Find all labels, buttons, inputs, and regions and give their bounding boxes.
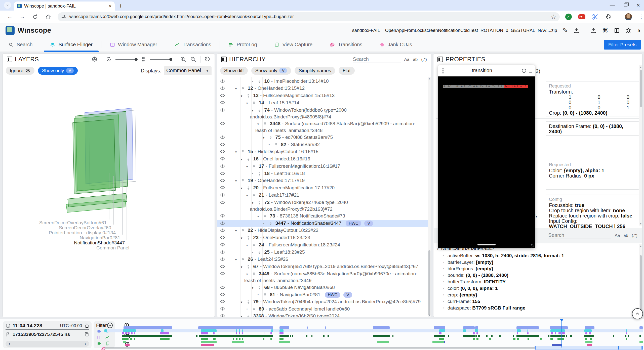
pin-icon[interactable] (269, 136, 272, 140)
range-start-handle[interactable] (535, 346, 536, 349)
shortcuts-icon[interactable]: ⌘ (602, 27, 608, 34)
pin-icon[interactable] (241, 258, 245, 261)
collapse-panel-icon[interactable] (221, 57, 227, 62)
transition-window-titlebar[interactable]: transition _ (438, 65, 535, 76)
extensions-puzzle-icon[interactable] (605, 14, 612, 20)
tree-node[interactable]: ▾ 79-WindowToken{7046b4a type=2024 andro… (217, 298, 428, 305)
visibility-icon[interactable] (220, 200, 225, 205)
back-button[interactable]: ← (7, 14, 13, 20)
pin-icon[interactable] (258, 109, 261, 112)
tree-node[interactable]: ▾ 72-WindowToken{a2746de type=2040 andro… (217, 199, 428, 212)
tree-node[interactable]: ● 80-ace6abb SecondaryHomeHandle0#80 (217, 305, 428, 313)
documentation-icon[interactable] (614, 27, 620, 33)
info-icon[interactable] (521, 68, 527, 73)
visibility-icon[interactable] (220, 156, 225, 161)
visibility-icon[interactable] (220, 79, 225, 83)
visibility-icon[interactable] (220, 193, 225, 197)
timeline-tracks[interactable] (104, 319, 643, 350)
expand-toggle-icon[interactable]: ▾ (244, 242, 250, 248)
zoom-in-icon[interactable] (180, 56, 186, 62)
pin-icon[interactable] (241, 150, 245, 154)
expand-toggle-icon[interactable]: ▾ (233, 85, 239, 92)
tree-node[interactable]: ● 82-StatusBar#82 (217, 141, 428, 148)
upload-icon[interactable] (591, 27, 597, 33)
expand-toggle-icon[interactable]: ▾ (250, 200, 255, 206)
3d-view-icon[interactable] (92, 56, 98, 62)
regex-toggle[interactable]: (.*) (632, 233, 637, 238)
scrollbar-thumb[interactable] (428, 250, 430, 316)
expand-toggle-icon[interactable]: ▾ (244, 271, 250, 277)
pin-icon[interactable] (252, 243, 256, 247)
expand-toggle-icon[interactable]: ▾ (239, 235, 244, 241)
expand-toggle-icon[interactable]: ▾ (261, 135, 266, 141)
visibility-icon[interactable] (220, 135, 225, 140)
expand-toggle-icon[interactable]: ▾ (233, 256, 239, 263)
property-row[interactable]: barrierLayer: [empty] (433, 259, 639, 266)
visibility-icon[interactable] (220, 235, 225, 240)
layer-label[interactable]: Common Panel (96, 245, 129, 251)
extension-icon-1[interactable] (565, 14, 572, 20)
ns-time-field[interactable]: 1715339054227572545 ns (6, 331, 89, 338)
property-row[interactable]: crop: {empty} (433, 292, 639, 298)
visibility-icon[interactable] (220, 185, 225, 190)
layer-spacing-icon[interactable] (141, 57, 146, 62)
match-case-toggle[interactable]: Aa (615, 233, 620, 238)
expand-toggle-icon[interactable]: ▾ (233, 149, 239, 155)
tree-node[interactable]: ▾ 17-FullscreenMagnification:16:16#17 (217, 163, 428, 170)
reset-view-icon[interactable] (205, 56, 211, 62)
tab-jank-cujs[interactable]: Jank CUJs (371, 38, 421, 52)
visibility-icon[interactable] (220, 164, 225, 168)
regex-toggle[interactable]: (.*) (421, 57, 427, 62)
copy-icon[interactable] (84, 332, 89, 337)
expand-toggle-icon[interactable]: ▾ (255, 121, 261, 127)
tree-node[interactable]: ▾ 12-OneHanded:15:15#12 (217, 85, 428, 92)
visibility-icon[interactable] (220, 257, 225, 261)
pin-icon[interactable] (247, 300, 250, 304)
match-word-toggle[interactable]: ab (413, 57, 418, 62)
tree-node[interactable]: ▾ 3449-Surface(name=885b63e NavigationBa… (217, 270, 428, 284)
pin-icon[interactable] (274, 143, 278, 147)
properties-scrollbar-upper[interactable]: ▲ ▼ (639, 65, 642, 226)
timeline-scroll-line[interactable] (104, 347, 535, 348)
tree-node[interactable]: ▾ 22-HideDisplayCutout:18:23#22 (217, 227, 428, 234)
tree-node[interactable]: ▾ 20-FullscreenMagnification:17:17#20 (217, 184, 428, 192)
visibility-icon[interactable] (220, 221, 225, 226)
pin-icon[interactable] (241, 87, 245, 91)
tab-transactions[interactable]: Transactions (166, 38, 220, 52)
visibility-icon[interactable] (220, 285, 225, 290)
property-row[interactable]: color: (0, 0, 0), alpha: 1 (433, 285, 639, 292)
prev-frame-icon[interactable]: ‹ (9, 341, 10, 347)
visibility-icon[interactable] (220, 93, 225, 98)
tree-node[interactable]: ▾ 67-WindowToken{e5176f9 type=2019 andro… (217, 263, 428, 270)
url-bar[interactable]: winscope.teams.x20web.corp.google.com/pr… (58, 12, 560, 21)
scroll-to-top-button[interactable] (632, 308, 643, 319)
layer-label[interactable]: ScreenDecorOverlayBottom#61 (39, 220, 107, 226)
tab-search[interactable]: Search (0, 38, 41, 52)
expand-toggle-icon[interactable]: ▾ (250, 285, 255, 291)
visibility-icon[interactable] (220, 228, 225, 233)
expand-toggle-icon[interactable]: ▾ (239, 93, 244, 99)
expand-toggle-icon[interactable]: ● (250, 170, 255, 177)
visibility-icon[interactable] (220, 299, 225, 304)
tree-node[interactable]: ● 3447-NotificationShade#3447 HWCV (217, 220, 428, 227)
dark-mode-icon[interactable]: ◑ (637, 27, 641, 34)
tree-node[interactable]: ▾ 26-Leaf:24:25#26 (217, 256, 428, 263)
property-row[interactable]: bufferTransform: IDENTITY (433, 279, 639, 285)
tree-node[interactable]: ● 81-NavigationBar0#81 HWCV (217, 291, 428, 298)
hierarchy-scrollbar[interactable]: ▲ ▼ (428, 77, 431, 317)
tab-transitions[interactable]: Transitions (321, 38, 371, 52)
visibility-icon[interactable] (220, 149, 225, 154)
collapse-panel-icon[interactable] (437, 57, 443, 62)
pin-icon[interactable] (247, 315, 250, 317)
pin-icon[interactable] (258, 286, 261, 290)
pin-icon[interactable] (269, 222, 272, 226)
pin-icon[interactable] (258, 172, 261, 176)
next-frame-icon[interactable]: › (85, 341, 86, 347)
pin-icon[interactable] (258, 80, 261, 83)
layer-label[interactable]: PointerLocation - display 0#134 (49, 230, 116, 236)
visibility-icon[interactable] (220, 307, 225, 311)
tab-search-chevron-icon[interactable] (4, 2, 11, 9)
visibility-icon[interactable] (220, 86, 225, 91)
window-restore-button[interactable] (624, 4, 627, 7)
visibility-icon[interactable] (220, 171, 225, 176)
